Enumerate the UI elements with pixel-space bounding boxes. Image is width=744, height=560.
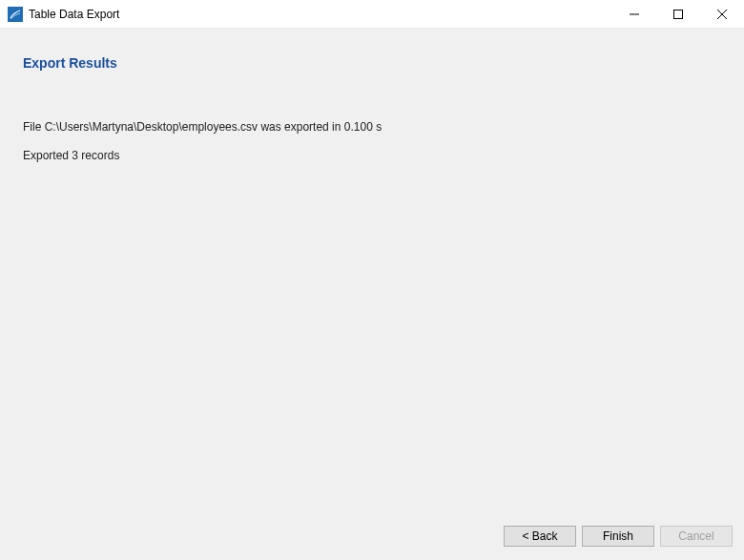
minimize-button[interactable] [612, 0, 656, 28]
window-controls [612, 0, 744, 28]
svg-rect-2 [674, 10, 683, 18]
back-button[interactable]: < Back [504, 526, 576, 547]
export-file-status: File C:\Users\Martyna\Desktop\employees.… [23, 120, 721, 134]
maximize-button[interactable] [656, 0, 700, 28]
page-heading: Export Results [23, 55, 721, 71]
close-button[interactable] [700, 0, 744, 28]
content-area: Export Results File C:\Users\Martyna\Des… [0, 29, 744, 516]
window-title: Table Data Export [29, 8, 119, 21]
titlebar: Table Data Export [0, 0, 744, 29]
finish-button[interactable]: Finish [582, 526, 654, 547]
cancel-button: Cancel [660, 526, 733, 547]
app-icon [8, 7, 23, 22]
svg-rect-0 [8, 7, 23, 22]
export-count-status: Exported 3 records [23, 149, 721, 162]
footer-buttons: < Back Finish Cancel [0, 516, 744, 560]
